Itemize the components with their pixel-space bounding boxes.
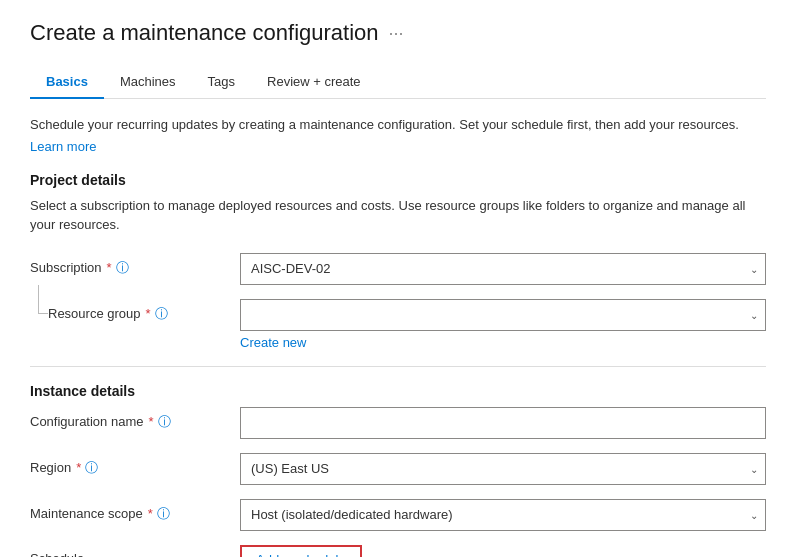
page-title: Create a maintenance configuration (30, 20, 379, 46)
schedule-label: Schedule (30, 551, 84, 558)
region-label-col: Region * ⓘ (30, 453, 230, 477)
ellipsis-menu-icon[interactable]: ··· (389, 23, 404, 44)
subscription-row: Subscription * ⓘ AISC-DEV-02 ⌄ (30, 253, 766, 285)
resource-group-select[interactable] (240, 299, 766, 331)
learn-more-link[interactable]: Learn more (30, 139, 96, 154)
create-new-link[interactable]: Create new (240, 335, 306, 350)
subscription-label-col: Subscription * ⓘ (30, 253, 230, 277)
region-row: Region * ⓘ (US) East US ⌄ (30, 453, 766, 485)
maintenance-scope-required: * (148, 506, 153, 521)
subscription-required: * (107, 260, 112, 275)
section-divider (30, 366, 766, 367)
maintenance-scope-select-wrapper: Host (isolated/dedicated hardware) ⌄ (240, 499, 766, 531)
page-title-area: Create a maintenance configuration ··· (30, 20, 766, 46)
configuration-name-label: Configuration name (30, 414, 143, 429)
configuration-name-input[interactable] (240, 407, 766, 439)
maintenance-scope-select[interactable]: Host (isolated/dedicated hardware) (240, 499, 766, 531)
resource-group-row: Resource group * ⓘ ⌄ Create new (30, 299, 766, 350)
project-details-description: Select a subscription to manage deployed… (30, 196, 766, 235)
schedule-control: Add a schedule (240, 545, 766, 558)
region-info-icon[interactable]: ⓘ (85, 459, 98, 477)
project-details-section: Project details Select a subscription to… (30, 172, 766, 350)
add-schedule-button[interactable]: Add a schedule (240, 545, 362, 558)
instance-details-section: Instance details Configuration name * ⓘ … (30, 383, 766, 558)
resource-group-control: ⌄ Create new (240, 299, 766, 350)
maintenance-scope-info-icon[interactable]: ⓘ (157, 505, 170, 523)
subscription-label: Subscription (30, 260, 102, 275)
configuration-name-row: Configuration name * ⓘ (30, 407, 766, 439)
region-select-wrapper: (US) East US ⌄ (240, 453, 766, 485)
resource-group-required: * (146, 306, 151, 321)
region-select[interactable]: (US) East US (240, 453, 766, 485)
resource-group-label-col: Resource group * ⓘ (30, 299, 230, 323)
schedule-row: Schedule Add a schedule (30, 545, 766, 558)
maintenance-scope-label: Maintenance scope (30, 506, 143, 521)
maintenance-scope-row: Maintenance scope * ⓘ Host (isolated/ded… (30, 499, 766, 531)
tab-basics[interactable]: Basics (30, 66, 104, 99)
resource-group-select-wrapper: ⌄ (240, 299, 766, 331)
configuration-name-info-icon[interactable]: ⓘ (158, 413, 171, 431)
project-details-title: Project details (30, 172, 766, 188)
configuration-name-label-col: Configuration name * ⓘ (30, 407, 230, 431)
maintenance-scope-label-col: Maintenance scope * ⓘ (30, 499, 230, 523)
resource-group-label: Resource group (48, 306, 141, 321)
configuration-name-control (240, 407, 766, 439)
maintenance-scope-control: Host (isolated/dedicated hardware) ⌄ (240, 499, 766, 531)
subscription-select[interactable]: AISC-DEV-02 (240, 253, 766, 285)
basics-description: Schedule your recurring updates by creat… (30, 115, 766, 135)
configuration-name-required: * (148, 414, 153, 429)
tab-review-create[interactable]: Review + create (251, 66, 377, 99)
region-label: Region (30, 460, 71, 475)
region-required: * (76, 460, 81, 475)
tab-machines[interactable]: Machines (104, 66, 192, 99)
instance-details-title: Instance details (30, 383, 766, 399)
subscription-select-wrapper: AISC-DEV-02 ⌄ (240, 253, 766, 285)
subscription-control: AISC-DEV-02 ⌄ (240, 253, 766, 285)
subscription-info-icon[interactable]: ⓘ (116, 259, 129, 277)
tab-bar: Basics Machines Tags Review + create (30, 66, 766, 99)
region-control: (US) East US ⌄ (240, 453, 766, 485)
resource-group-info-icon[interactable]: ⓘ (155, 305, 168, 323)
page-container: Create a maintenance configuration ··· B… (30, 20, 766, 557)
schedule-label-col: Schedule (30, 545, 230, 558)
tab-tags[interactable]: Tags (192, 66, 251, 99)
